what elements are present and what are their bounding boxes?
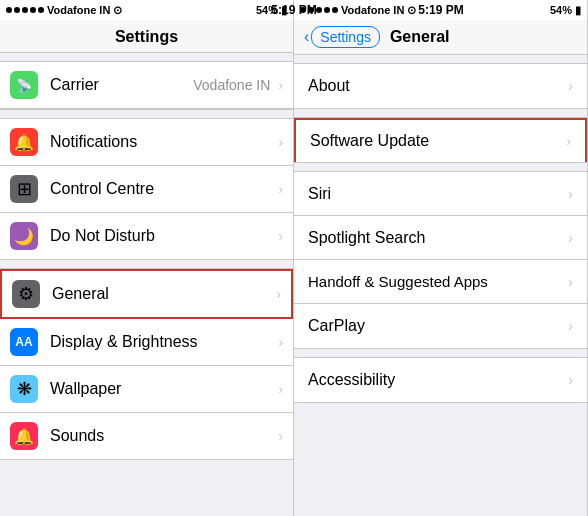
- signal-dot-1: [6, 7, 12, 13]
- carrier-label: Vodafone IN: [47, 4, 110, 16]
- spotlight-search-label: Spotlight Search: [308, 229, 564, 247]
- right-signal-dot-5: [332, 7, 338, 13]
- right-battery-icon: ▮: [575, 4, 581, 17]
- handoff-arrow: ›: [568, 274, 573, 290]
- signal-dot-3: [22, 7, 28, 13]
- display-brightness-item[interactable]: AA Display & Brightness ›: [0, 319, 293, 366]
- carrier-arrow: ›: [278, 77, 283, 93]
- do-not-disturb-arrow: ›: [278, 228, 283, 244]
- general-icon: ⚙: [12, 280, 40, 308]
- left-time: 5:19 PM: [271, 3, 316, 17]
- spotlight-search-item[interactable]: Spotlight Search ›: [294, 216, 587, 260]
- control-centre-item[interactable]: ⊞ Control Centre ›: [0, 166, 293, 213]
- accessibility-item[interactable]: Accessibility ›: [294, 358, 587, 402]
- notifications-item[interactable]: 🔔 Notifications ›: [0, 119, 293, 166]
- control-centre-icon: ⊞: [10, 175, 38, 203]
- software-update-item[interactable]: Software Update ›: [294, 118, 587, 162]
- right-status-left: Vodafone IN ⊙: [300, 4, 416, 17]
- notifications-icon: 🔔: [10, 128, 38, 156]
- right-nav-header: ‹ Settings General: [294, 20, 587, 55]
- status-left: Vodafone IN ⊙: [6, 4, 122, 17]
- general-item[interactable]: ⚙ General ›: [0, 269, 293, 319]
- left-panel: Vodafone IN ⊙ 5:19 PM 54% ▮ Settings 📡 C…: [0, 0, 294, 516]
- carplay-item[interactable]: CarPlay ›: [294, 304, 587, 348]
- sounds-item[interactable]: 🔔 Sounds ›: [0, 413, 293, 459]
- do-not-disturb-icon: 🌙: [10, 222, 38, 250]
- signal-dot-4: [30, 7, 36, 13]
- sounds-icon: 🔔: [10, 422, 38, 450]
- about-arrow: ›: [568, 78, 573, 94]
- right-time: 5:19 PM: [418, 3, 463, 17]
- notifications-label: Notifications: [50, 133, 274, 151]
- back-button[interactable]: ‹ Settings: [304, 26, 380, 48]
- do-not-disturb-label: Do Not Disturb: [50, 227, 274, 245]
- signal-dot-5: [38, 7, 44, 13]
- about-label: About: [308, 77, 564, 95]
- display-brightness-label: Display & Brightness: [50, 333, 274, 351]
- display-brightness-arrow: ›: [278, 334, 283, 350]
- control-centre-arrow: ›: [278, 181, 283, 197]
- wifi-icon: ⊙: [113, 4, 122, 17]
- general-label: General: [52, 285, 272, 303]
- right-signal-dot-3: [316, 7, 322, 13]
- accessibility-label: Accessibility: [308, 371, 564, 389]
- settings-section-2: 🔔 Notifications › ⊞ Control Centre › 🌙 D…: [0, 118, 293, 260]
- carrier-label-text: Carrier: [50, 76, 193, 94]
- wallpaper-arrow: ›: [278, 381, 283, 397]
- right-section-4: Accessibility ›: [294, 357, 587, 403]
- left-status-bar: Vodafone IN ⊙ 5:19 PM 54% ▮: [0, 0, 293, 20]
- carrier-subtext: Vodafone IN: [193, 77, 270, 93]
- siri-item[interactable]: Siri ›: [294, 172, 587, 216]
- siri-arrow: ›: [568, 186, 573, 202]
- right-wifi-icon: ⊙: [407, 4, 416, 17]
- right-section-1: About ›: [294, 63, 587, 109]
- right-section-2: Software Update ›: [294, 117, 587, 163]
- control-centre-label: Control Centre: [50, 180, 274, 198]
- carrier-row[interactable]: 📡 Carrier Vodafone IN ›: [0, 62, 293, 109]
- left-panel-title: Settings: [115, 28, 178, 45]
- back-label: Settings: [311, 26, 380, 48]
- settings-section-3: ⚙ General › AA Display & Brightness › ❋ …: [0, 268, 293, 460]
- accessibility-arrow: ›: [568, 372, 573, 388]
- settings-section-carrier: 📡 Carrier Vodafone IN ›: [0, 61, 293, 110]
- wallpaper-item[interactable]: ❋ Wallpaper ›: [0, 366, 293, 413]
- carplay-arrow: ›: [568, 318, 573, 334]
- right-status-right: 54% ▮: [550, 4, 581, 17]
- wallpaper-icon: ❋: [10, 375, 38, 403]
- right-signal-dot-4: [324, 7, 330, 13]
- signal-dot-2: [14, 7, 20, 13]
- handoff-label: Handoff & Suggested Apps: [308, 273, 564, 290]
- right-battery-percent: 54%: [550, 4, 572, 16]
- right-section-3: Siri › Spotlight Search › Handoff & Sugg…: [294, 171, 587, 349]
- general-arrow: ›: [276, 286, 281, 302]
- back-chevron-icon: ‹: [304, 28, 309, 46]
- right-status-bar: Vodafone IN ⊙ 5:19 PM 54% ▮: [294, 0, 587, 20]
- do-not-disturb-item[interactable]: 🌙 Do Not Disturb ›: [0, 213, 293, 259]
- sounds-label: Sounds: [50, 427, 274, 445]
- sounds-arrow: ›: [278, 428, 283, 444]
- siri-label: Siri: [308, 185, 564, 203]
- right-panel-title: General: [390, 28, 450, 46]
- right-carrier-label: Vodafone IN: [341, 4, 404, 16]
- signal-dots: [6, 7, 44, 13]
- handoff-item[interactable]: Handoff & Suggested Apps ›: [294, 260, 587, 304]
- display-brightness-icon: AA: [10, 328, 38, 356]
- right-panel: Vodafone IN ⊙ 5:19 PM 54% ▮ ‹ Settings G…: [294, 0, 588, 516]
- software-update-arrow: ›: [566, 133, 571, 149]
- wallpaper-label: Wallpaper: [50, 380, 274, 398]
- spotlight-search-arrow: ›: [568, 230, 573, 246]
- about-item[interactable]: About ›: [294, 64, 587, 108]
- notifications-arrow: ›: [278, 134, 283, 150]
- left-panel-header: Settings: [0, 20, 293, 53]
- software-update-label: Software Update: [310, 132, 562, 150]
- carrier-icon: 📡: [10, 71, 38, 99]
- carplay-label: CarPlay: [308, 317, 564, 335]
